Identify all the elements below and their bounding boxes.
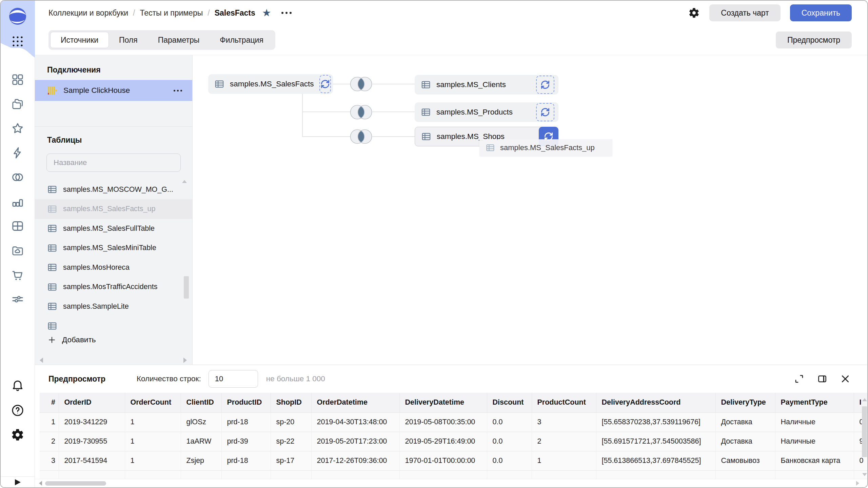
favorite-star-icon[interactable]: ★	[262, 8, 271, 18]
vscroll-down-icon[interactable]	[862, 473, 867, 476]
datalens-logo[interactable]	[9, 7, 26, 25]
help-question-icon[interactable]	[11, 404, 24, 417]
table-item-partial[interactable]	[35, 316, 192, 330]
apps-grid-icon[interactable]	[11, 35, 24, 48]
dataset-settings-gear-icon[interactable]	[688, 7, 700, 19]
settings-gear-icon[interactable]	[11, 428, 24, 442]
split-view-icon[interactable]	[817, 374, 827, 384]
table-icon	[47, 282, 57, 292]
sources-content: Подключения Sample ClickHouse Таблицы	[35, 55, 867, 366]
create-chart-button[interactable]: Создать чарт	[709, 4, 780, 21]
connections-title: Подключения	[35, 55, 192, 80]
table-icon	[421, 131, 431, 142]
source-node-clients[interactable]: samples.MS_Clients	[415, 75, 558, 95]
column-header: OrderDatetime	[311, 393, 399, 412]
table-icon	[47, 301, 57, 311]
hscroll-thumb[interactable]	[45, 481, 106, 486]
tables-title: Таблицы	[35, 127, 192, 150]
breadcrumb-collections[interactable]: Коллекции и воркбуки	[48, 8, 128, 18]
join-type-icon[interactable]	[350, 76, 372, 92]
join-line	[372, 84, 415, 84]
column-header: DeliveryAddressCoord	[596, 393, 715, 412]
collections-folders-icon[interactable]	[11, 97, 24, 111]
fullscreen-icon[interactable]	[794, 374, 804, 384]
list-scrollbar-thumb[interactable]	[184, 276, 189, 299]
table-icon	[47, 204, 57, 214]
tab-fields[interactable]: Поля	[109, 32, 148, 48]
add-table-button[interactable]: Добавить	[35, 330, 192, 349]
preview-table: # OrderID OrderCount ClientID ProductID …	[40, 393, 867, 479]
datasets-circles-icon[interactable]	[11, 170, 24, 184]
table-item[interactable]: samples.MosHoreca	[35, 258, 192, 278]
table-item[interactable]: samples.MosTrafficAccidents	[35, 277, 192, 297]
favorites-star-icon[interactable]	[11, 122, 24, 135]
rail-footer	[1, 476, 35, 487]
column-header: #	[40, 393, 59, 412]
join-canvas[interactable]: samples.MS_SalesFacts	[193, 55, 867, 366]
dashboards-table-icon[interactable]	[11, 219, 24, 233]
preview-row: 3 2017-541594 1 Zsjep prd-18 sp-17 2017-…	[40, 451, 867, 470]
preview-panel: Предпросмотр Количество строк: не больше…	[35, 365, 867, 487]
column-header: OrderCount	[125, 393, 181, 412]
source-node-products[interactable]: samples.MS_Products	[415, 102, 558, 122]
source-node-salesfacts[interactable]: samples.MS_SalesFacts	[208, 74, 333, 94]
storage-cloud-folder-icon[interactable]	[11, 244, 24, 257]
preview-row: 2 2019-730955 1 1aARW prd-39 sp-22 2019-…	[40, 432, 867, 451]
refresh-drop-target-icon[interactable]	[536, 103, 554, 121]
table-item[interactable]: samples.MS_SalesFullTable	[35, 219, 192, 239]
clickhouse-logo-icon	[46, 85, 57, 96]
table-item[interactable]: samples.MS_SalesMiniTable	[35, 238, 192, 258]
tab-parameters[interactable]: Параметры	[148, 32, 210, 48]
preview-tools	[794, 374, 850, 384]
scroll-right-icon[interactable]	[183, 358, 187, 363]
table-item[interactable]: samples.MS_MOSCOW_MO_G...	[35, 180, 192, 200]
column-header: ProductID	[221, 393, 271, 412]
charts-bars-icon[interactable]	[11, 195, 24, 208]
connections-lightning-icon[interactable]	[11, 146, 24, 160]
breadcrumb-workbook[interactable]: Тесты и примеры	[140, 8, 203, 18]
column-header: DeliveryType	[715, 393, 775, 412]
hscroll-right-icon[interactable]	[856, 481, 859, 486]
table-icon	[421, 80, 431, 90]
column-header: PaymentType	[775, 393, 854, 412]
breadcrumb: Коллекции и воркбуки / Тесты и примеры /…	[48, 8, 255, 18]
save-button[interactable]: Сохранить	[790, 4, 852, 21]
column-header: Discount	[487, 393, 532, 412]
table-item[interactable]: samples.SampleLite	[35, 297, 192, 317]
column-header: DeliveryDatetime	[399, 393, 487, 412]
topbar-actions: Создать чарт Сохранить	[688, 4, 852, 21]
close-preview-icon[interactable]	[840, 374, 850, 384]
marketplace-cart-icon[interactable]	[11, 268, 24, 282]
connection-more-icon[interactable]	[174, 90, 182, 92]
list-scroll-up-icon[interactable]	[182, 180, 187, 183]
preview-toggle-button[interactable]: Предпросмотр	[776, 32, 852, 48]
table-search-input[interactable]	[54, 158, 174, 167]
preview-toolbar: Предпросмотр Количество строк: не больше…	[35, 365, 867, 393]
refresh-drop-target-icon[interactable]	[536, 76, 554, 94]
row-count-input[interactable]	[209, 370, 258, 388]
refresh-drop-target-icon[interactable]	[319, 75, 331, 93]
join-type-icon[interactable]	[350, 104, 372, 120]
table-item[interactable]: samples.MS_MOSCOW_ULO	[35, 174, 192, 180]
vscroll-up-icon[interactable]	[862, 398, 867, 401]
table-item-dragging[interactable]: samples.MS_SalesFacts_up	[35, 199, 192, 219]
more-menu-icon[interactable]	[281, 12, 292, 14]
connection-item-sample-clickhouse[interactable]: Sample ClickHouse	[35, 80, 192, 101]
column-header: ShopID	[271, 393, 311, 412]
scroll-left-icon[interactable]	[40, 358, 43, 363]
notifications-bell-icon[interactable]	[11, 379, 24, 392]
join-line	[302, 136, 351, 137]
connections-spacer	[35, 101, 192, 127]
row-limit-hint: не больше 1 000	[266, 374, 325, 383]
tab-sources[interactable]: Источники	[50, 32, 109, 48]
navigation-grid-icon[interactable]	[11, 73, 24, 86]
table-icon	[486, 143, 495, 152]
services-sliders-icon[interactable]	[11, 292, 24, 306]
expand-rail-icon[interactable]	[15, 479, 21, 485]
preview-row: 1 2019-341229 1 glOSz prd-18 sp-20 2019-…	[40, 412, 867, 432]
tab-filtering[interactable]: Фильтрация	[210, 32, 274, 48]
hscroll-left-icon[interactable]	[39, 481, 42, 486]
drag-ghost-salesfacts-up: samples.MS_SalesFacts_up	[479, 139, 612, 156]
join-type-icon[interactable]	[350, 129, 372, 144]
vscroll-thumb[interactable]	[862, 406, 867, 457]
